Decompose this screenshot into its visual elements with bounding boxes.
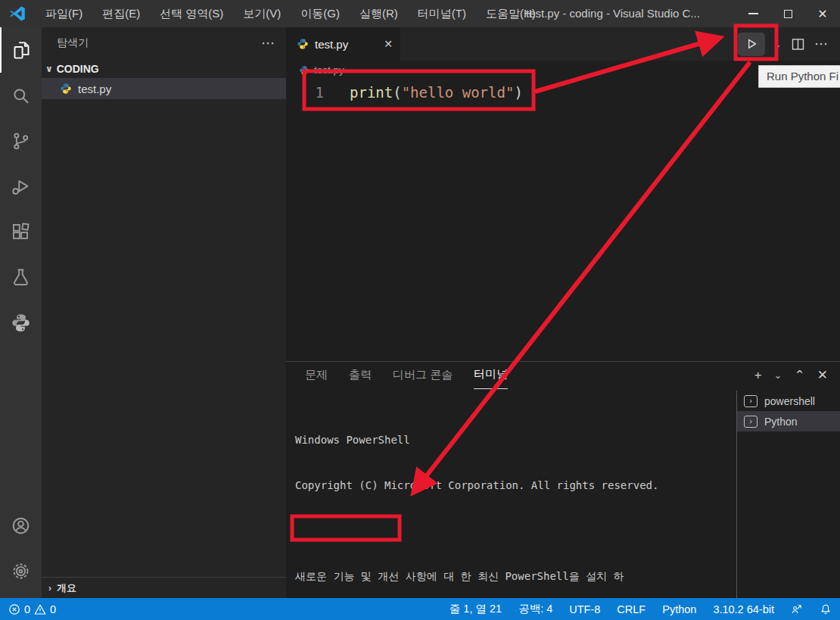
activitybar-run-debug[interactable]: [0, 164, 42, 209]
python-file-icon: [60, 83, 72, 95]
vscode-logo-icon: [8, 5, 26, 23]
menu-go[interactable]: 이동(G): [291, 0, 350, 27]
file-row-testpy[interactable]: test.py: [42, 78, 286, 99]
terminal-item-label: powershell: [764, 395, 815, 407]
menu-file[interactable]: 파일(F): [36, 0, 92, 27]
terminal-icon: ›: [744, 416, 758, 428]
eol-sequence[interactable]: CRLF: [617, 603, 646, 615]
close-panel-button[interactable]: ✕: [817, 367, 828, 383]
activitybar-python[interactable]: [0, 300, 42, 345]
python-extension-icon: [11, 313, 31, 333]
python-interpreter[interactable]: 3.10.2 64-bit: [713, 603, 774, 615]
split-editor-button[interactable]: [790, 36, 806, 52]
activitybar-extensions[interactable]: [0, 209, 42, 254]
run-python-file-button[interactable]: [738, 33, 765, 56]
menu-view[interactable]: 보기(V): [233, 0, 291, 27]
terminal-list: › powershell › Python: [736, 391, 840, 598]
panel-actions: + ⌄ ⌃ ✕: [754, 367, 828, 383]
bottom-panel: 문제 출력 디버그 콘솔 터미널 + ⌄ ⌃ ✕ Windows PowerSh…: [286, 361, 840, 598]
activitybar-testing[interactable]: [0, 254, 42, 300]
problems-status[interactable]: 0 0: [8, 603, 56, 615]
close-icon: ✕: [817, 7, 827, 21]
maximize-button[interactable]: [770, 0, 805, 27]
explorer-sidebar: 탐색기 ⋯ ∨ CODING test.py › 개요: [42, 27, 286, 598]
warning-icon: [34, 603, 46, 615]
error-icon: [8, 603, 20, 615]
chevron-expand-icon: ∨: [45, 64, 53, 74]
code-string-token: "hello world": [402, 84, 515, 101]
folder-name: CODING: [57, 63, 99, 75]
activitybar-bottom: [0, 503, 42, 594]
activitybar-explorer[interactable]: [0, 27, 42, 73]
panel-tab-output[interactable]: 출력: [349, 362, 372, 389]
outline-section[interactable]: › 개요: [42, 577, 286, 598]
terminal-output[interactable]: Windows PowerShell Copyright (C) Microso…: [295, 402, 682, 620]
maximize-icon: [784, 10, 792, 18]
chevron-right-icon: ›: [48, 583, 51, 594]
tab-close-icon[interactable]: ✕: [384, 38, 393, 50]
maximize-panel-button[interactable]: ⌃: [795, 367, 805, 383]
tab-bar: test.py ✕ ⌄ ⋯: [286, 27, 840, 61]
panel-tab-terminal[interactable]: 터미널: [474, 362, 508, 389]
menu-edit[interactable]: 편집(E): [92, 0, 150, 27]
new-terminal-button[interactable]: +: [754, 368, 762, 383]
terminal-item-label: Python: [764, 416, 798, 428]
search-icon: [11, 86, 31, 106]
cursor-position[interactable]: 줄 1, 열 21: [450, 602, 502, 616]
terminal-profile-chevron-icon[interactable]: ⌄: [774, 369, 782, 381]
line-number: 1: [286, 84, 324, 101]
run-button-tooltip: Run Python Fi: [758, 65, 840, 88]
python-file-icon: [297, 38, 309, 50]
menu-run[interactable]: 실행(R): [350, 0, 408, 27]
tab-label: test.py: [315, 38, 348, 51]
run-dropdown-chevron-icon[interactable]: ⌄: [773, 39, 782, 50]
window-title: test.py - coding - Visual Studio C...: [526, 0, 700, 27]
editor-actions: ⌄ ⋯: [738, 33, 840, 56]
code-line-1[interactable]: 1 print("hello world"): [286, 82, 840, 103]
editor-group: test.py ✕ ⌄ ⋯ test.py 1 print("hello wor…: [286, 27, 840, 361]
minimize-button[interactable]: [736, 0, 770, 27]
run-debug-icon: [11, 176, 31, 197]
sidebar-title: 탐색기: [57, 36, 89, 50]
minimize-icon: [748, 13, 758, 14]
breadcrumb[interactable]: test.py: [286, 61, 840, 79]
play-icon: [744, 36, 759, 51]
file-name: test.py: [78, 83, 111, 95]
git-branch-icon: [11, 131, 31, 151]
files-icon: [11, 40, 32, 61]
terminal-item-powershell[interactable]: › powershell: [737, 391, 840, 411]
activitybar-source-control[interactable]: [0, 118, 42, 164]
menu-terminal[interactable]: 터미널(T): [408, 0, 476, 27]
terminal-item-python[interactable]: › Python: [737, 411, 840, 432]
titlebar: 파일(F) 편집(E) 선택 영역(S) 보기(V) 이동(G) 실행(R) 터…: [0, 0, 840, 27]
indentation[interactable]: 공백: 4: [518, 602, 552, 616]
code-content: print("hello world"): [350, 84, 523, 101]
code-paren-open: (: [393, 84, 401, 101]
tab-testpy[interactable]: test.py ✕: [286, 27, 401, 61]
close-button[interactable]: ✕: [805, 0, 840, 27]
encoding[interactable]: UTF-8: [569, 603, 600, 615]
feedback-icon[interactable]: [791, 603, 803, 615]
activitybar-search[interactable]: [0, 73, 42, 118]
statusbar-right: 줄 1, 열 21 공백: 4 UTF-8 CRLF Python 3.10.2…: [450, 602, 832, 616]
folder-row-coding[interactable]: ∨ CODING: [42, 59, 286, 78]
language-mode[interactable]: Python: [662, 603, 696, 615]
panel-tab-problems[interactable]: 문제: [305, 362, 328, 389]
extensions-icon: [11, 222, 31, 242]
error-count: 0: [24, 603, 30, 615]
terminal-icon: ›: [744, 395, 758, 407]
panel-tab-debug-console[interactable]: 디버그 콘솔: [393, 362, 453, 389]
terminal-line: Copyright (C) Microsoft Corporation. All…: [295, 478, 682, 493]
editor-more-actions-button[interactable]: ⋯: [814, 36, 829, 52]
code-function-token: print: [350, 84, 393, 101]
terminal-line: Windows PowerShell: [295, 432, 682, 447]
bell-icon[interactable]: [820, 603, 832, 615]
outline-label: 개요: [57, 581, 76, 595]
activitybar-account[interactable]: [0, 503, 42, 548]
window-controls: ✕: [736, 0, 840, 27]
activitybar-settings[interactable]: [0, 548, 42, 594]
code-paren-close: ): [514, 84, 522, 101]
menu-selection[interactable]: 선택 영역(S): [150, 0, 233, 27]
sidebar-more-button[interactable]: ⋯: [261, 35, 275, 51]
activity-bar: [0, 27, 42, 598]
